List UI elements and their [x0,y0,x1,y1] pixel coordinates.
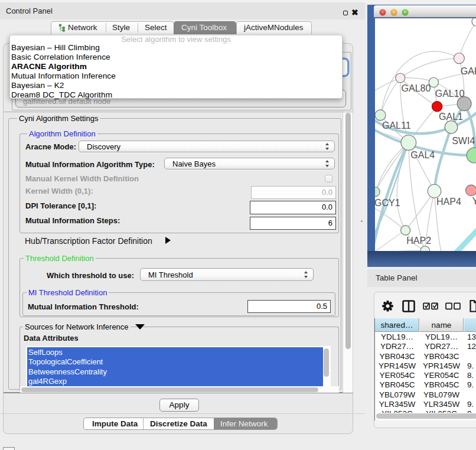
svg-text:GAL11: GAL11 [382,120,411,131]
svg-text:HAP2: HAP2 [406,236,431,246]
svg-text:GAL10: GAL10 [435,89,464,99]
svg-text:GAL2: GAL2 [460,66,476,76]
svg-text:YD: YD [472,196,476,206]
svg-text:GAL80: GAL80 [401,83,431,93]
svg-text:GAL4: GAL4 [410,150,435,160]
svg-text:GCY1: GCY1 [375,198,400,208]
svg-text:HAP4: HAP4 [436,197,461,207]
svg-text:GAL1: GAL1 [439,112,463,122]
svg-text:SWI4: SWI4 [452,136,475,146]
